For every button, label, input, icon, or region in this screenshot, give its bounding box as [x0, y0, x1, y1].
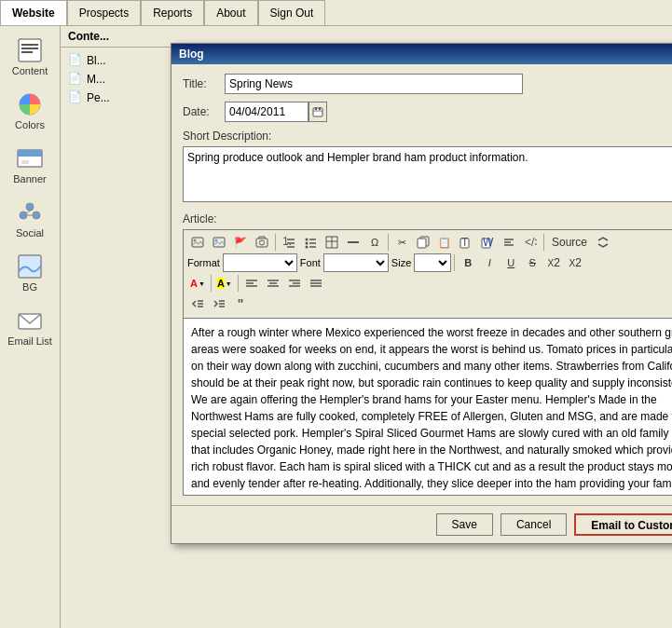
sidebar-item-social-label: Social [16, 227, 44, 239]
short-desc-section: Short Description: Spring produce outloo… [183, 130, 672, 212]
sidebar-item-bg-label: BG [22, 281, 37, 293]
email-to-customers-button[interactable]: Email to Customers [574, 513, 672, 536]
toolbar-paste-text-btn[interactable]: T [456, 233, 476, 252]
superscript-button[interactable]: X2 [565, 253, 585, 272]
svg-point-24 [260, 240, 265, 245]
subscript-button[interactable]: X2 [543, 253, 564, 272]
sidebar-item-content[interactable]: Content [5, 31, 56, 81]
item-icon: 📄 [68, 53, 83, 68]
toolbar-sep-1 [275, 234, 276, 251]
toolbar-row-2: Format Font Size [187, 253, 672, 272]
blockquote-button[interactable]: " [230, 294, 251, 313]
nav-tab-reports[interactable]: Reports [141, 0, 204, 25]
sidebar-item-colors[interactable]: Colors [5, 85, 56, 135]
font-color-button[interactable]: A ▼ [187, 276, 208, 291]
toolbar-hline-btn[interactable] [343, 233, 363, 252]
sidebar-item-social[interactable]: Social [5, 193, 56, 243]
title-row: Title: [183, 74, 672, 94]
svg-rect-2 [21, 48, 38, 49]
date-picker-button[interactable] [309, 102, 327, 122]
toolbar-paste-word-btn[interactable]: W [477, 233, 498, 252]
svg-rect-17 [319, 107, 321, 110]
nav-tab-signout[interactable]: Sign Out [258, 0, 326, 25]
nav-tab-about[interactable]: About [204, 0, 257, 25]
toolbar-special-btn[interactable]: Ω [364, 233, 385, 252]
align-justify-button[interactable] [306, 274, 326, 293]
nav-tab-prospects[interactable]: Prospects [67, 0, 141, 25]
svg-rect-16 [315, 107, 317, 110]
main-layout: Content Colors B [0, 26, 672, 628]
indent-button[interactable] [209, 294, 229, 313]
italic-button[interactable]: I [479, 253, 500, 272]
toolbar-sep-4 [454, 254, 455, 271]
dialog-body: Title: Date: [171, 64, 672, 505]
toolbar-table-btn[interactable] [322, 233, 342, 252]
sidebar-item-banner[interactable]: Banner [5, 139, 56, 189]
toolbar-row-3: A ▼ A ▼ [187, 274, 672, 293]
toolbar-photo-btn[interactable] [252, 233, 272, 252]
social-icon [15, 198, 45, 227]
article-editor[interactable]: After a rough winter where Mexico experi… [183, 319, 672, 496]
toolbar-sep-2 [388, 234, 389, 251]
align-right-button[interactable] [284, 274, 305, 293]
size-label: Size [391, 257, 411, 268]
font-label: Font [300, 257, 321, 268]
svg-point-8 [20, 212, 27, 219]
svg-rect-3 [21, 51, 33, 53]
toolbar-ul-btn[interactable] [300, 233, 321, 252]
short-desc-textarea[interactable]: Spring produce outlook and Hempler brand… [183, 146, 672, 202]
emaillist-icon [15, 306, 45, 335]
toolbar-ol-btn[interactable]: 1. [279, 233, 299, 252]
toolbar-flag-btn[interactable]: 🚩 [230, 233, 251, 252]
sidebar-item-bg[interactable]: BG [5, 247, 56, 297]
nav-bar: Website Prospects Reports About Sign Out [0, 0, 672, 26]
dialog-title: Blog [179, 48, 204, 61]
cancel-button[interactable]: Cancel [501, 513, 567, 536]
svg-point-31 [306, 246, 309, 249]
svg-text:</>: </> [525, 236, 537, 249]
banner-icon [15, 143, 45, 173]
align-left-button[interactable] [241, 274, 262, 293]
toolbar-expand-btn[interactable] [593, 233, 613, 252]
align-center-button[interactable] [263, 274, 283, 293]
content-area: Conte... 📄 Bl... 📄 M... 📄 Pe... [61, 26, 672, 628]
article-label: Article: [183, 212, 672, 225]
svg-rect-13 [19, 255, 41, 278]
font-select[interactable] [323, 253, 389, 272]
outdent-button[interactable] [187, 294, 208, 313]
title-label: Title: [183, 77, 225, 90]
nav-tab-website[interactable]: Website [0, 0, 67, 25]
toolbar-sep-5 [211, 275, 212, 292]
format-select[interactable] [223, 253, 297, 272]
svg-point-22 [215, 239, 218, 242]
source-button[interactable]: Source [547, 233, 592, 252]
svg-rect-15 [313, 108, 322, 116]
svg-rect-0 [19, 39, 41, 61]
editor-wrapper: After a rough winter where Mexico experi… [183, 319, 672, 496]
svg-rect-40 [418, 239, 426, 248]
underline-button[interactable]: U [501, 253, 521, 272]
date-input[interactable] [225, 102, 309, 122]
editor-toolbar: 🚩 1. [183, 229, 672, 319]
toolbar-paste-btn[interactable]: 📋 [434, 233, 455, 252]
highlight-color-button[interactable]: A ▼ [214, 276, 235, 291]
svg-rect-1 [21, 44, 38, 46]
toolbar-source-area-btn[interactable]: </> [520, 233, 541, 252]
toolbar-format-btn[interactable] [499, 233, 519, 252]
toolbar-copy-btn[interactable] [413, 233, 433, 252]
svg-point-9 [33, 212, 40, 219]
title-input[interactable] [225, 74, 523, 94]
sidebar-item-emaillist[interactable]: Email List [5, 301, 56, 351]
toolbar-image-btn[interactable] [187, 233, 208, 252]
toolbar-image2-btn[interactable] [209, 233, 229, 252]
save-button[interactable]: Save [436, 513, 493, 536]
article-section: Article: 🚩 [183, 212, 672, 496]
svg-point-10 [26, 203, 34, 211]
colors-icon [15, 89, 45, 119]
item-icon: 📄 [68, 90, 83, 105]
toolbar-cut-btn[interactable]: ✂ [391, 233, 412, 252]
size-select[interactable] [414, 253, 451, 272]
bold-button[interactable]: B [458, 253, 478, 272]
strikethrough-button[interactable]: S [522, 253, 542, 272]
svg-point-29 [306, 239, 309, 241]
